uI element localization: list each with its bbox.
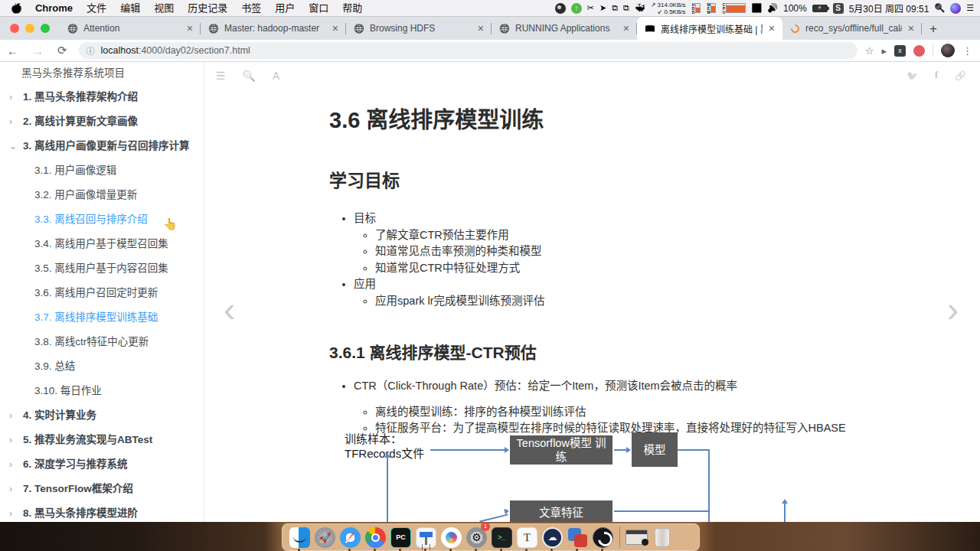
facebook-share-icon[interactable]: f — [935, 70, 938, 81]
battery-icon[interactable]: ⚡ — [812, 5, 828, 12]
tab-offline-ranking-active[interactable]: 📖 离线排序模型训练基础 | 黑 × — [637, 17, 782, 40]
tab-close-icon[interactable]: × — [622, 22, 631, 34]
tab-close-icon[interactable]: × — [476, 22, 485, 34]
bookmark-star-icon[interactable]: ☆ — [865, 45, 874, 57]
chevron-right-icon[interactable]: › — [9, 403, 12, 428]
sidebar-item-3[interactable]: ⌄3. 离线用户画像更新与召回排序计算 — [0, 134, 204, 158]
dock-trash[interactable] — [649, 524, 675, 550]
profile-avatar[interactable] — [941, 44, 955, 57]
menubar-clock[interactable]: 5月30日 周四 09:51 — [849, 2, 929, 15]
sidebar-item-1[interactable]: ›1. 黑马头条推荐架构介绍 — [0, 85, 204, 109]
sidebar-item-8[interactable]: ›8. 黑马头条排序模型进阶 — [0, 501, 204, 522]
menu-view[interactable]: 视图 — [147, 0, 181, 17]
new-tab-button[interactable]: + — [922, 21, 946, 40]
sidebar-item-3-6[interactable]: 3.6. 离线用户召回定时更新 — [0, 281, 204, 305]
chevron-right-icon[interactable]: › — [9, 428, 12, 452]
sidebar-item-3-7[interactable]: 3.7. 离线排序模型训练基础 — [0, 305, 204, 330]
address-bar[interactable]: ⓘ localhost:4000/day02/section7.html — [79, 42, 858, 59]
tab-attention[interactable]: 🌐 Attention × — [60, 17, 201, 40]
tab-close-icon[interactable]: × — [906, 22, 916, 34]
menu-edit[interactable]: 编辑 — [113, 0, 147, 17]
dock-chrome[interactable] — [363, 524, 388, 550]
obs-status-icon[interactable] — [555, 3, 566, 14]
sidebar-item-3-1[interactable]: 3.1. 用户画像逻辑 — [0, 158, 204, 183]
font-settings-icon[interactable]: A — [273, 70, 279, 82]
dock-pycharm[interactable]: PC — [388, 524, 413, 550]
chevron-right-icon[interactable]: › — [9, 109, 12, 134]
dock-cloud-app[interactable]: ☁ — [540, 524, 565, 550]
chevron-down-icon[interactable]: ⌄ — [9, 134, 17, 158]
docker-icon[interactable]: 🐳 — [635, 3, 645, 13]
sidebar-item-3-10[interactable]: 3.10. 每日作业 — [0, 379, 204, 403]
sidebar-item-7[interactable]: ›7. TensorFlow框架介绍 — [0, 477, 204, 501]
tab-reco-sys[interactable]: reco_sys/offline/full_cal/ × — [782, 17, 922, 40]
siri-icon[interactable] — [950, 3, 961, 14]
sidebar-item-3-9[interactable]: 3.9. 总结 — [0, 354, 204, 379]
disk-gauge-icon[interactable]: HDD — [691, 2, 701, 14]
menu-people[interactable]: 用户 — [268, 0, 302, 17]
prev-page-chevron[interactable]: ‹ — [224, 292, 235, 327]
dock-safari[interactable] — [338, 524, 363, 550]
sidebar-item-2[interactable]: ›2. 离线计算更新文章画像 — [0, 109, 204, 134]
tab-close-icon[interactable]: × — [767, 22, 776, 34]
adblock-extension-icon[interactable] — [913, 45, 925, 57]
dock-journal-app[interactable] — [439, 524, 464, 550]
send-icon[interactable]: ➤ — [599, 3, 606, 13]
cpu-gauge-icon[interactable]: CPU — [721, 2, 746, 14]
zoom-window-button[interactable] — [41, 24, 50, 33]
network-speed[interactable]: ↗ 314.0KB/s ↙ 0.5KB/s — [651, 2, 686, 15]
copy-icon[interactable]: ⧉ — [612, 3, 618, 13]
menu-help[interactable]: 帮助 — [335, 0, 369, 17]
next-page-chevron[interactable]: › — [947, 292, 959, 327]
notification-center-icon[interactable]: ☰ — [966, 3, 974, 13]
book-title[interactable]: 黑马头条推荐系统项目 — [0, 62, 204, 85]
copy-icon-2[interactable]: ⧉ — [623, 3, 629, 13]
dock-launchpad[interactable]: 🚀 — [312, 524, 338, 550]
menu-window[interactable]: 窗口 — [302, 0, 335, 17]
tab-close-icon[interactable]: × — [185, 22, 194, 34]
upload-status-icon[interactable]: ↑ — [571, 3, 582, 14]
tab-browsing-hdfs[interactable]: 🌐 Browsing HDFS × — [346, 17, 492, 40]
menu-file[interactable]: 文件 — [80, 0, 113, 17]
dock-system-preferences[interactable]: ⚙1 — [464, 524, 489, 550]
cursor-extension-icon[interactable]: ▸ — [881, 45, 887, 57]
dock-keynote[interactable] — [413, 524, 439, 550]
tab-close-icon[interactable]: × — [331, 22, 340, 34]
volume-icon[interactable]: 🔊 — [767, 3, 778, 13]
tab-running-applications[interactable]: 🌐 RUNNING Applications × — [492, 17, 637, 40]
sidebar-item-4[interactable]: ›4. 实时计算业务 — [0, 403, 204, 428]
sidebar-item-3-8[interactable]: 3.8. 离线ctr特征中心更新 — [0, 330, 204, 354]
reload-button[interactable]: ⟳ — [51, 44, 74, 57]
memory-gauge-icon[interactable]: MEM — [706, 2, 716, 14]
wifi-icon[interactable]: 📶 — [751, 3, 762, 13]
menu-bookmarks[interactable]: 书签 — [234, 0, 268, 17]
dock-terminal[interactable]: >_ — [489, 524, 514, 550]
sidebar-toggle-icon[interactable]: ☰ — [216, 70, 226, 82]
sidebar-item-3-2[interactable]: 3.2. 用户画像增量更新 — [0, 183, 204, 207]
menu-app-name[interactable]: Chrome — [28, 0, 80, 17]
tab-hadoop-master[interactable]: 🌐 Master: hadoop-master × — [201, 17, 346, 40]
twitter-share-icon[interactable]: 🐦 — [906, 70, 918, 81]
chevron-right-icon[interactable]: › — [9, 85, 12, 109]
site-info-icon[interactable]: ⓘ — [87, 44, 95, 57]
chrome-menu-icon[interactable]: ⋮ — [962, 45, 972, 57]
back-button[interactable]: ← — [0, 44, 25, 57]
dock-minimized-window[interactable] — [624, 524, 649, 550]
search-icon[interactable]: 🔍 — [243, 70, 256, 82]
dock-typora[interactable]: T — [514, 524, 540, 550]
menu-history[interactable]: 历史记录 — [181, 0, 234, 17]
sidebar-item-3-5[interactable]: 3.5. 离线用户基于内容召回集 — [0, 256, 204, 281]
sidebar-item-3-4[interactable]: 3.4. 离线用户基于模型召回集 — [0, 232, 204, 256]
share-icon[interactable]: 🔗 — [955, 70, 966, 81]
x-extension-icon[interactable]: x — [894, 45, 906, 57]
apple-menu-icon[interactable]: 🍎 — [0, 3, 28, 14]
chevron-right-icon[interactable]: › — [9, 477, 12, 501]
dock-finder[interactable] — [287, 524, 312, 550]
dock-obs[interactable] — [590, 524, 616, 550]
chevron-right-icon[interactable]: › — [9, 452, 12, 477]
minimize-window-button[interactable] — [25, 24, 34, 33]
shadowsocks-icon[interactable]: S — [833, 3, 844, 14]
close-window-button[interactable] — [10, 24, 19, 33]
snip-icon[interactable]: ✂ — [587, 3, 594, 13]
chevron-right-icon[interactable]: › — [9, 501, 12, 522]
